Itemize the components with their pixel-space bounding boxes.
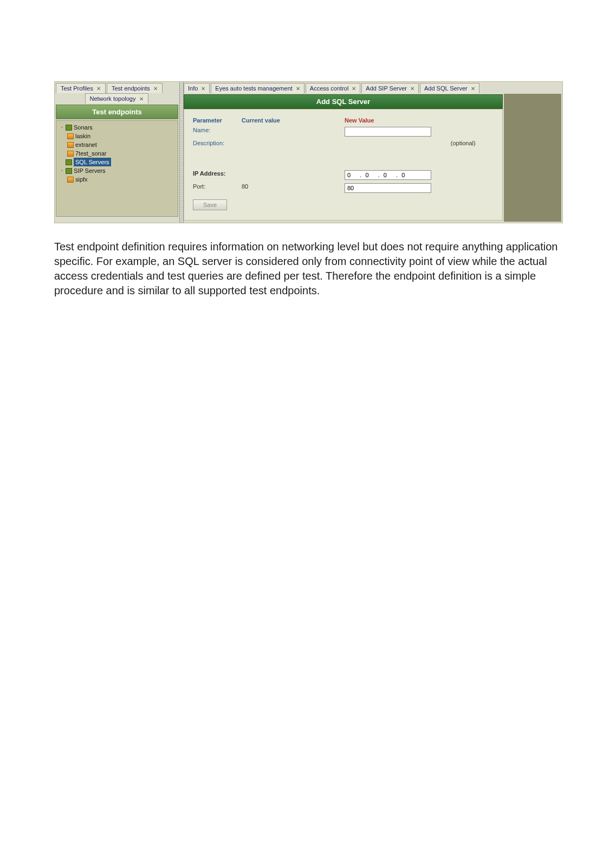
expander-icon[interactable] — [60, 158, 64, 166]
tree-label: sipfx — [75, 175, 88, 184]
tree-row[interactable]: SQL Servers — [60, 158, 176, 166]
expander-icon[interactable]: ◦ — [60, 166, 64, 175]
right-tab-row: Info✕ Eyes auto tests management✕ Access… — [183, 82, 562, 93]
ip-input[interactable] — [345, 170, 431, 180]
tree-row[interactable]: ◦ SIP Servers — [60, 166, 176, 175]
tree-view[interactable]: ◦ Sonars laskin extranet 7test_sonar SQL… — [56, 120, 178, 217]
port-input[interactable] — [345, 183, 431, 193]
folder-icon — [66, 125, 72, 131]
tree-row[interactable]: 7test_sonar — [67, 149, 176, 158]
close-icon[interactable]: ✕ — [352, 86, 356, 92]
close-icon[interactable]: ✕ — [153, 86, 158, 92]
tab-label: Test endpoints — [112, 85, 150, 92]
tree-label-selected: SQL Servers — [74, 158, 111, 166]
tab-network-topology[interactable]: Network topology ✕ — [85, 93, 148, 104]
save-button[interactable]: Save — [193, 199, 227, 210]
col-new: New Value — [307, 117, 453, 124]
tab-label: Eyes auto tests management — [215, 85, 292, 92]
folder-icon — [66, 159, 72, 165]
tab-label: Access control — [310, 85, 349, 92]
current-port: 80 — [242, 183, 307, 190]
col-parameter: Parameter — [193, 117, 242, 124]
tab-test-profiles[interactable]: Test Profiles ✕ — [56, 83, 106, 93]
tree-label: SIP Servers — [74, 166, 106, 175]
tab-label: Add SQL Server — [424, 85, 468, 92]
tab-access-control[interactable]: Access control✕ — [306, 83, 361, 93]
server-icon — [67, 142, 74, 148]
tab-label: Info — [188, 85, 198, 92]
decorative-strip — [504, 94, 561, 222]
tab-label: Network topology — [90, 95, 136, 102]
close-icon[interactable]: ✕ — [296, 86, 300, 92]
tab-test-endpoints[interactable]: Test endpoints ✕ — [107, 83, 163, 93]
tree-row[interactable]: ◦ Sonars — [60, 123, 176, 132]
label-port: Port: — [193, 183, 242, 190]
app-screenshot: Test Profiles ✕ Test endpoints ✕ Network… — [54, 81, 563, 223]
close-icon[interactable]: ✕ — [410, 86, 414, 92]
left-tab-row-2: Network topology ✕ — [55, 93, 179, 104]
close-icon[interactable]: ✕ — [139, 96, 144, 102]
close-icon[interactable]: ✕ — [471, 86, 475, 92]
optional-hint: (optional) — [451, 140, 494, 146]
tab-add-sql[interactable]: Add SQL Server✕ — [420, 83, 479, 93]
close-icon[interactable]: ✕ — [201, 86, 205, 92]
expander-icon[interactable]: ◦ — [60, 123, 64, 132]
tree-label: laskin — [75, 132, 90, 140]
right-pane: Info✕ Eyes auto tests management✕ Access… — [183, 82, 562, 223]
name-input[interactable] — [345, 127, 431, 137]
label-ip: IP Address: — [193, 170, 242, 177]
tab-eyes-auto[interactable]: Eyes auto tests management✕ — [211, 83, 304, 93]
folder-icon — [66, 168, 72, 174]
form-body: Parameter Current value New Value Name: … — [184, 109, 503, 221]
tab-label: Test Profiles — [61, 85, 93, 92]
tab-add-sip[interactable]: Add SIP Server✕ — [361, 83, 419, 93]
col-current: Current value — [242, 117, 307, 124]
left-tab-row-1: Test Profiles ✕ Test endpoints ✕ — [55, 82, 179, 93]
body-paragraph: Test endpoint definition requires inform… — [54, 240, 562, 298]
label-description: Description: — [193, 140, 241, 146]
tree-row[interactable]: sipfx — [67, 175, 176, 184]
server-icon — [67, 151, 74, 157]
server-icon — [67, 133, 74, 139]
tree-label: 7test_sonar — [75, 149, 106, 158]
tree-row[interactable]: laskin — [67, 132, 176, 140]
tree-row[interactable]: extranet — [67, 140, 176, 149]
tree-label: extranet — [75, 140, 97, 149]
left-pane: Test Profiles ✕ Test endpoints ✕ Network… — [55, 82, 179, 223]
close-icon[interactable]: ✕ — [96, 86, 101, 92]
label-name: Name: — [193, 127, 242, 133]
sidebar-title: Test endpoints — [56, 105, 178, 119]
tab-label: Add SIP Server — [366, 85, 407, 92]
form-title: Add SQL Server — [184, 94, 503, 109]
server-icon — [67, 177, 74, 183]
tab-info[interactable]: Info✕ — [184, 83, 210, 93]
tree-label: Sonars — [74, 123, 93, 132]
